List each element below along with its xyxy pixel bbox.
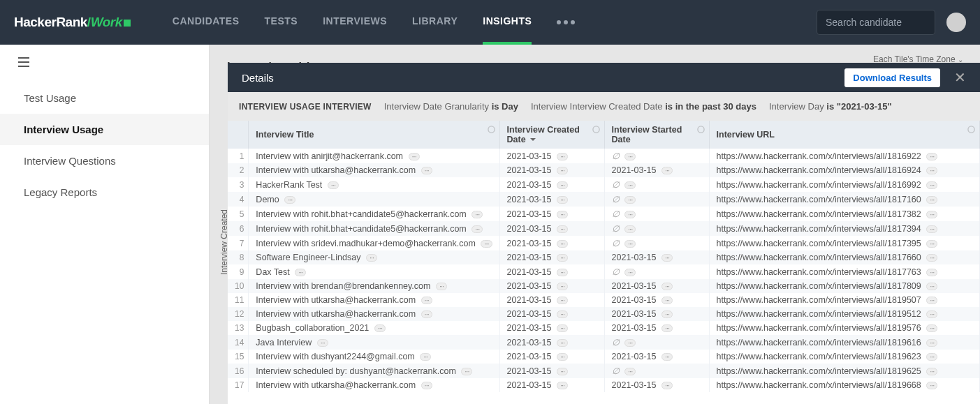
gear-icon[interactable] — [967, 126, 975, 133]
table-row[interactable]: 2Interview with utkarsha@hackerrank.com … — [228, 163, 980, 177]
table-scroll[interactable]: Interview TitleInterview Created DateInt… — [228, 121, 980, 404]
ellipsis-icon[interactable]: ··· — [295, 269, 306, 276]
ellipsis-icon[interactable]: ··· — [557, 240, 568, 248]
ellipsis-icon[interactable]: ··· — [926, 324, 937, 332]
nav-insights[interactable]: INSIGHTS — [483, 0, 532, 45]
ellipsis-icon[interactable]: ··· — [624, 368, 636, 375]
nav-candidates[interactable]: CANDIDATES — [173, 0, 240, 45]
gear-icon[interactable] — [592, 126, 600, 133]
ellipsis-icon[interactable]: ··· — [624, 225, 636, 233]
ellipsis-icon[interactable]: ··· — [328, 181, 339, 189]
table-row[interactable]: 17Interview with utkarsha@hackerrank.com… — [228, 378, 980, 392]
table-row[interactable]: 12Interview with utkarsha@hackerrank.com… — [228, 307, 980, 321]
ellipsis-icon[interactable]: ··· — [926, 311, 937, 318]
table-row[interactable]: 14Java Interview ···2021-03-15 ···∅ ···h… — [228, 335, 980, 350]
ellipsis-icon[interactable]: ··· — [436, 283, 447, 290]
ellipsis-icon[interactable]: ··· — [557, 254, 568, 262]
ellipsis-icon[interactable]: ··· — [557, 181, 568, 189]
ellipsis-icon[interactable]: ··· — [926, 269, 937, 276]
filter-chip[interactable]: Interview Interview Created Date is in t… — [531, 101, 756, 112]
table-row[interactable]: 16Interview scheduled by: dushyant@hacke… — [228, 364, 980, 378]
ellipsis-icon[interactable]: ··· — [421, 297, 432, 304]
table-row[interactable]: 3HackerRank Test ···2021-03-15 ···∅ ···h… — [228, 177, 980, 192]
table-row[interactable]: 9Dax Test ···2021-03-15 ···∅ ···https://… — [228, 264, 980, 279]
ellipsis-icon[interactable]: ··· — [409, 153, 420, 160]
ellipsis-icon[interactable]: ··· — [461, 368, 472, 375]
ellipsis-icon[interactable]: ··· — [557, 353, 568, 361]
ellipsis-icon[interactable]: ··· — [557, 225, 568, 233]
ellipsis-icon[interactable]: ··· — [926, 167, 937, 174]
ellipsis-icon[interactable]: ··· — [661, 254, 673, 262]
ellipsis-icon[interactable]: ··· — [661, 283, 673, 290]
ellipsis-icon[interactable]: ··· — [557, 153, 568, 160]
ellipsis-icon[interactable]: ··· — [926, 368, 937, 375]
search-input[interactable] — [817, 10, 935, 35]
ellipsis-icon[interactable]: ··· — [471, 225, 483, 233]
close-icon[interactable]: ✕ — [954, 69, 966, 86]
ellipsis-icon[interactable]: ··· — [481, 240, 492, 248]
ellipsis-icon[interactable]: ··· — [624, 196, 636, 204]
ellipsis-icon[interactable]: ··· — [926, 353, 937, 361]
col-interview-url[interactable]: Interview URL — [709, 121, 979, 149]
col-interview-started-date[interactable]: Interview Started Date — [604, 121, 709, 149]
ellipsis-icon[interactable]: ··· — [557, 324, 568, 332]
ellipsis-icon[interactable]: ··· — [557, 368, 568, 375]
table-row[interactable]: 1Interview with anirjit@hackerrank.com ·… — [228, 149, 980, 163]
sidebar-item-interview-questions[interactable]: Interview Questions — [0, 145, 209, 177]
filter-chip[interactable]: Interview Date Granularity is Day — [384, 101, 518, 112]
table-row[interactable]: 13Bugbash_collaboration_2021 ···2021-03-… — [228, 321, 980, 335]
nav-more-icon[interactable] — [557, 20, 575, 24]
ellipsis-icon[interactable]: ··· — [926, 240, 937, 248]
ellipsis-icon[interactable]: ··· — [366, 254, 377, 262]
ellipsis-icon[interactable]: ··· — [926, 382, 937, 389]
ellipsis-icon[interactable]: ··· — [557, 167, 568, 174]
table-row[interactable]: 8Software Engineer-Lindsay ···2021-03-15… — [228, 250, 980, 264]
ellipsis-icon[interactable]: ··· — [420, 353, 431, 361]
ellipsis-icon[interactable]: ··· — [471, 211, 483, 218]
ellipsis-icon[interactable]: ··· — [421, 382, 432, 389]
ellipsis-icon[interactable]: ··· — [926, 211, 937, 218]
ellipsis-icon[interactable]: ··· — [926, 297, 937, 304]
ellipsis-icon[interactable]: ··· — [284, 196, 295, 204]
ellipsis-icon[interactable]: ··· — [624, 269, 636, 276]
nav-tests[interactable]: TESTS — [265, 0, 298, 45]
logo[interactable]: HackerRank/Work — [14, 15, 131, 30]
gear-icon[interactable] — [488, 126, 495, 133]
ellipsis-icon[interactable]: ··· — [557, 382, 568, 389]
ellipsis-icon[interactable]: ··· — [661, 167, 673, 174]
ellipsis-icon[interactable]: ··· — [661, 324, 673, 332]
ellipsis-icon[interactable]: ··· — [661, 382, 673, 389]
table-row[interactable]: 5Interview with rohit.bhat+candidate5@ha… — [228, 207, 980, 221]
ellipsis-icon[interactable]: ··· — [557, 311, 568, 318]
ellipsis-icon[interactable]: ··· — [661, 311, 673, 318]
ellipsis-icon[interactable]: ··· — [624, 211, 636, 218]
ellipsis-icon[interactable]: ··· — [661, 297, 673, 304]
ellipsis-icon[interactable]: ··· — [926, 181, 937, 189]
ellipsis-icon[interactable]: ··· — [661, 353, 673, 361]
ellipsis-icon[interactable]: ··· — [557, 339, 568, 347]
ellipsis-icon[interactable]: ··· — [557, 283, 568, 290]
sidebar-item-test-usage[interactable]: Test Usage — [0, 82, 209, 114]
table-row[interactable]: 7Interview with sridevi.madhukar+demo@ha… — [228, 236, 980, 250]
table-row[interactable]: 10Interview with brendan@brendankenney.c… — [228, 279, 980, 293]
ellipsis-icon[interactable]: ··· — [624, 339, 636, 347]
ellipsis-icon[interactable]: ··· — [926, 339, 937, 347]
nav-library[interactable]: LIBRARY — [412, 0, 458, 45]
avatar[interactable] — [946, 13, 966, 32]
ellipsis-icon[interactable]: ··· — [624, 153, 636, 160]
ellipsis-icon[interactable]: ··· — [926, 225, 937, 233]
ellipsis-icon[interactable]: ··· — [926, 254, 937, 262]
table-row[interactable]: 6Interview with rohit.bhat+candidate5@ha… — [228, 221, 980, 236]
col-interview-created-date[interactable]: Interview Created Date — [499, 121, 604, 149]
ellipsis-icon[interactable]: ··· — [557, 297, 568, 304]
ellipsis-icon[interactable]: ··· — [624, 240, 636, 248]
gear-icon[interactable] — [697, 126, 705, 133]
sidebar-item-legacy-reports[interactable]: Legacy Reports — [0, 177, 209, 208]
sidebar-item-interview-usage[interactable]: Interview Usage — [0, 114, 209, 145]
filter-chip[interactable]: Interview Day is "2021-03-15" — [769, 101, 892, 112]
ellipsis-icon[interactable]: ··· — [374, 324, 386, 332]
table-row[interactable]: 11Interview with utkarsha@hackerrank.com… — [228, 293, 980, 307]
table-row[interactable]: 15Interview with dushyant2244@gmail.com … — [228, 350, 980, 364]
col-interview-title[interactable]: Interview Title — [249, 121, 499, 149]
ellipsis-icon[interactable]: ··· — [317, 339, 328, 347]
